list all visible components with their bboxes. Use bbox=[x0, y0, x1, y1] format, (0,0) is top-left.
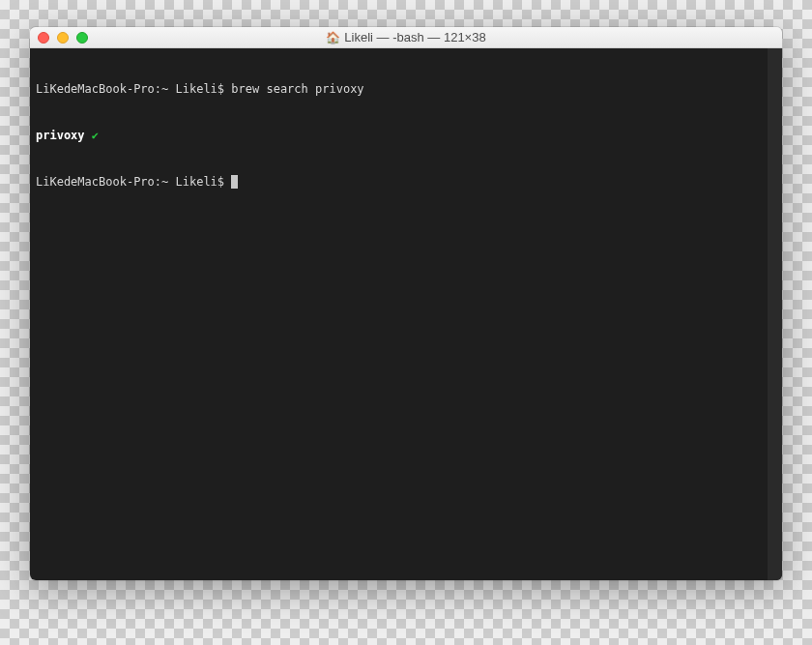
cursor bbox=[231, 175, 238, 189]
terminal-line-1: LiKedeMacBook-Pro:~ Likeli$ brew search … bbox=[36, 81, 776, 97]
zoom-button[interactable] bbox=[76, 32, 88, 44]
traffic-lights bbox=[38, 32, 88, 44]
terminal-body[interactable]: LiKedeMacBook-Pro:~ Likeli$ brew search … bbox=[30, 48, 782, 580]
titlebar[interactable]: 🏠 Likeli — -bash — 121×38 bbox=[30, 27, 782, 48]
home-icon: 🏠 bbox=[326, 31, 340, 44]
terminal-line-2: privoxy ✔ bbox=[36, 128, 776, 143]
prompt-path: ~ Likeli$ bbox=[161, 175, 224, 189]
terminal-line-3: LiKedeMacBook-Pro:~ Likeli$ bbox=[36, 174, 776, 190]
window-title: 🏠 Likeli — -bash — 121×38 bbox=[30, 30, 782, 44]
minimize-button[interactable] bbox=[57, 32, 69, 44]
prompt-host: LiKedeMacBook-Pro: bbox=[36, 175, 161, 189]
check-icon: ✔ bbox=[92, 129, 99, 142]
command-text: brew search privoxy bbox=[231, 82, 363, 96]
terminal-window: 🏠 Likeli — -bash — 121×38 LiKedeMacBook-… bbox=[30, 27, 782, 580]
close-button[interactable] bbox=[38, 32, 49, 44]
search-result: privoxy bbox=[36, 129, 85, 142]
window-title-text: Likeli — -bash — 121×38 bbox=[344, 30, 485, 44]
scrollbar[interactable] bbox=[768, 48, 782, 580]
prompt-host: LiKedeMacBook-Pro: bbox=[36, 82, 161, 96]
prompt-path: ~ Likeli$ bbox=[161, 82, 224, 96]
